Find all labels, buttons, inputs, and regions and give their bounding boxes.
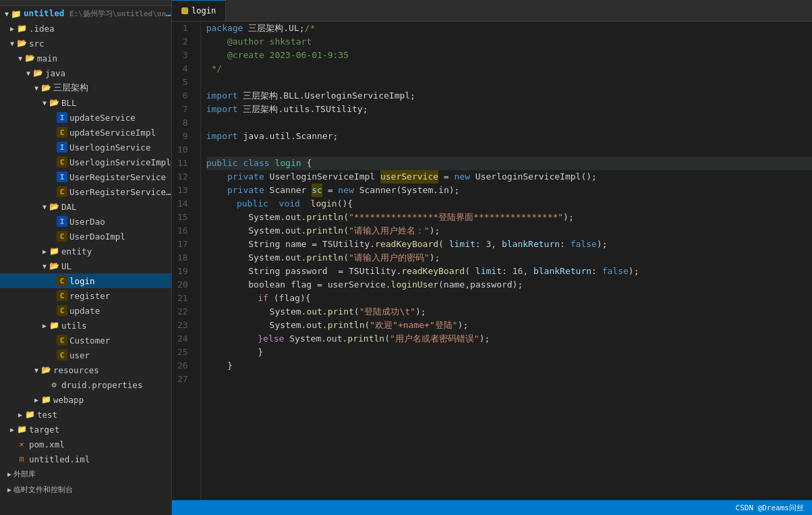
line-num-13: 13 [177, 184, 192, 197]
token-plain: System. [206, 305, 307, 319]
class-icon-UserloginServiceImpl: C [57, 157, 67, 167]
tree-item-utils[interactable]: ▶ 📁 utils [0, 318, 171, 333]
file-tree[interactable]: ▼ 📁 untitled E:\扬州学习\untitled\untitled ▶… [0, 0, 172, 515]
status-bar: CSDN @Dreams问丝 [172, 500, 812, 515]
label-test: test [37, 410, 171, 420]
tree-item-UserDaoImpl[interactable]: C UserDaoImpl [0, 229, 171, 244]
tree-item-UserRegisterServiceIm[interactable]: C UserRegisterServiceIm... [0, 184, 171, 199]
interface-icon-updateService: I [57, 112, 67, 123]
tree-item-register[interactable]: C register [0, 288, 171, 303]
watermark: CSDN @Dreams问丝 [736, 503, 804, 513]
tree-item-druid.properties[interactable]: ⚙ druid.properties [0, 377, 171, 392]
code-line-26: } [206, 359, 812, 373]
token-kw: private [227, 184, 264, 197]
token-plain: ( [384, 332, 390, 346]
code-content[interactable]: package 三层架构.UL;/* @author shkstart @cre… [201, 22, 812, 515]
folder-icon-test: 📁 [24, 409, 35, 420]
tree-item-idea[interactable]: ▶ 📁 .idea [0, 21, 171, 36]
token-plain: (){ [337, 197, 353, 211]
tree-item-user[interactable]: C user [0, 348, 171, 362]
tree-item-updateServiceImpl[interactable]: C updateServiceImpl [0, 125, 171, 140]
token-str: "请输入用户姓名：" [349, 224, 430, 238]
tree-item-java[interactable]: ▼ 📂 java [0, 65, 171, 80]
tree-item-pom.xml[interactable]: ✕ pom.xml [0, 437, 171, 452]
code-line-20: boolean flag = userService.loginUser(nam… [206, 278, 812, 292]
code-line-18: System.out.println("请输入用户的密码"); [206, 251, 812, 265]
code-line-15: System.out.println("****************登陆界面… [206, 211, 812, 224]
sidebar-bottom-scratch[interactable]: ▶ 临时文件和控制台 [0, 482, 171, 497]
token-fn: out [306, 305, 322, 319]
tree-item-webapp[interactable]: ▶ 📁 webapp [0, 392, 171, 407]
label-pom.xml: pom.xml [29, 439, 171, 450]
label-idea: .idea [29, 24, 171, 34]
token-fn: loginUser [391, 278, 438, 292]
project-root[interactable]: ▼ 📁 untitled E:\扬州学习\untitled\untitled [0, 6, 171, 21]
tree-item-Customer[interactable]: C Customer [0, 333, 171, 348]
tree-item-entity[interactable]: ▶ 📁 entity [0, 244, 171, 259]
code-area[interactable]: 1234567891011121314151617181920212223242… [172, 22, 812, 515]
tree-item-DAL[interactable]: ▼ 📂 DAL [0, 199, 171, 214]
tree-item-三层架构[interactable]: ▼ 📂 三层架构 [0, 80, 171, 95]
label-scratch: 临时文件和控制台 [13, 485, 73, 495]
token-fn: println [328, 319, 365, 332]
folder-icon-target: 📁 [16, 424, 27, 435]
interface-icon-UserRegisterService: I [57, 171, 67, 182]
tree-item-src[interactable]: ▼ 📂 src [0, 36, 171, 51]
token-fn: println [347, 332, 384, 346]
code-line-4: */ [206, 62, 812, 76]
tree-item-resources[interactable]: ▼ 📂 resources [0, 362, 171, 377]
token-plain: : [560, 238, 571, 251]
line-num-9: 9 [177, 130, 192, 143]
folder-icon-resources: 📂 [40, 364, 51, 375]
code-line-10 [206, 143, 812, 157]
token-plain: Scanner(System.in); [354, 184, 460, 197]
code-line-3: @create 2023-06-01-9:35 [206, 49, 812, 62]
tree-item-main[interactable]: ▼ 📂 main [0, 51, 171, 65]
tree-item-update[interactable]: C update [0, 303, 171, 318]
token-plain [216, 332, 258, 346]
tree-item-UserloginServiceImpl[interactable]: C UserloginServiceImpl [0, 155, 171, 169]
tree-item-UL[interactable]: ▼ 📂 UL [0, 259, 171, 273]
token-plain: Scanner [264, 184, 312, 197]
token-plain: ( [364, 319, 370, 332]
class-icon-Customer: C [57, 335, 67, 346]
tree-item-UserloginService[interactable]: I UserloginService [0, 140, 171, 155]
token-plain: ); [415, 305, 426, 319]
sidebar-bottom-external-libs[interactable]: ▶ 外部库 [0, 466, 171, 482]
line-num-4: 4 [177, 62, 192, 76]
tree-item-updateService[interactable]: I updateService [0, 110, 171, 125]
tree-item-login[interactable]: C login [0, 273, 171, 288]
arrow-main: ▼ [16, 55, 24, 62]
tree-item-BLL[interactable]: ▼ 📂 BLL [0, 95, 171, 110]
token-plain: , [523, 265, 533, 278]
class-icon-register: C [57, 290, 67, 301]
code-line-12: private UserloginServiceImpl userService… [206, 170, 812, 184]
token-plain: java.util.Scanner; [238, 130, 339, 143]
label-update: update [69, 306, 171, 316]
code-line-13: private Scanner sc = new Scanner(System.… [206, 184, 812, 197]
token-kw: void [279, 197, 300, 211]
token-fn: println [306, 211, 343, 224]
line-num-17: 17 [177, 238, 192, 251]
arrow-entity: ▶ [40, 248, 49, 255]
tree-item-UserRegisterService[interactable]: I UserRegisterService [0, 169, 171, 184]
token-plain [206, 170, 227, 184]
line-num-19: 19 [177, 265, 192, 278]
tree-item-test[interactable]: ▶ 📁 test [0, 407, 171, 422]
tree-item-target[interactable]: ▶ 📁 target [0, 422, 171, 437]
token-kw2: }else [258, 332, 284, 346]
code-line-16: System.out.println("请输入用户姓名："); [206, 224, 812, 238]
tree-item-untitled.iml[interactable]: m untitled.iml [0, 452, 171, 466]
arrow-src: ▼ [8, 40, 16, 47]
token-plain: } [216, 346, 263, 359]
code-line-17: String name = TSUtility.readKeyBoard( li… [206, 238, 812, 251]
token-plain: ); [430, 224, 440, 238]
token-type: login [274, 157, 301, 170]
tree-item-UserDao[interactable]: I UserDao [0, 214, 171, 229]
tab-login[interactable]: login [172, 0, 226, 21]
arrow-test: ▶ [16, 411, 24, 418]
folder-arrow-root: ▼ [3, 10, 11, 18]
token-plain: 三层架构.BLL.UserloginServiceImpl; [238, 89, 415, 103]
token-fn: println [306, 224, 343, 238]
class-selected-icon-login: C [57, 275, 67, 286]
